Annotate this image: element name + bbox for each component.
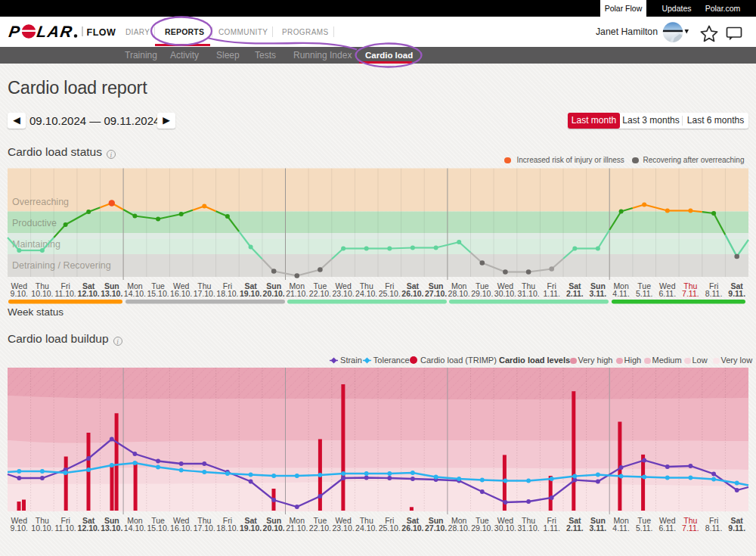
svg-text:30.10.: 30.10.: [494, 289, 516, 298]
svg-text:5.11.: 5.11.: [636, 289, 653, 298]
svg-text:14.10.: 14.10.: [124, 523, 146, 533]
svg-text:23.10.: 23.10.: [332, 523, 354, 533]
svg-text:21.10.: 21.10.: [286, 523, 308, 533]
svg-text:4.11.: 4.11.: [612, 523, 630, 533]
svg-text:26.10.: 26.10.: [401, 289, 423, 298]
svg-text:Week status: Week status: [8, 306, 64, 318]
svg-text:Maintaining: Maintaining: [12, 239, 60, 250]
svg-text:11.10.: 11.10.: [54, 289, 76, 298]
svg-text:15.10.: 15.10.: [147, 523, 169, 533]
svg-text:13.10.: 13.10.: [101, 523, 122, 533]
svg-text:18.10.: 18.10.: [216, 289, 238, 298]
svg-text:9.10.: 9.10.: [11, 289, 28, 298]
svg-text:31.10.: 31.10.: [517, 523, 539, 533]
svg-text:10.10.: 10.10.: [31, 289, 53, 298]
svg-text:7.11.: 7.11.: [682, 289, 699, 298]
svg-text:17.10.: 17.10.: [194, 523, 215, 533]
svg-text:19.10.: 19.10.: [240, 289, 262, 298]
svg-text:19.10.: 19.10.: [240, 523, 262, 533]
svg-text:20.10.: 20.10.: [263, 523, 285, 533]
svg-text:24.10.: 24.10.: [355, 523, 377, 533]
svg-text:29.10.: 29.10.: [471, 523, 493, 533]
svg-text:2.11.: 2.11.: [566, 289, 584, 298]
svg-text:3.11.: 3.11.: [590, 289, 607, 298]
svg-text:12.10.: 12.10.: [78, 289, 100, 298]
svg-text:20.10.: 20.10.: [263, 289, 285, 298]
svg-text:22.10.: 22.10.: [309, 289, 331, 298]
svg-text:6.11.: 6.11.: [659, 289, 677, 298]
svg-text:27.10.: 27.10.: [425, 289, 447, 298]
svg-text:9.11.: 9.11.: [728, 523, 745, 533]
svg-text:25.10.: 25.10.: [379, 289, 401, 298]
svg-text:13.10.: 13.10.: [101, 289, 122, 298]
svg-text:21.10.: 21.10.: [286, 289, 308, 298]
svg-text:4.11.: 4.11.: [612, 289, 630, 298]
svg-text:16.10.: 16.10.: [170, 523, 192, 533]
svg-text:3.11.: 3.11.: [590, 523, 607, 533]
svg-text:17.10.: 17.10.: [194, 289, 215, 298]
svg-text:9.10.: 9.10.: [11, 523, 28, 533]
svg-text:2.11.: 2.11.: [566, 523, 584, 533]
svg-text:28.10.: 28.10.: [448, 289, 470, 298]
svg-text:8.11.: 8.11.: [705, 523, 723, 533]
svg-text:6.11.: 6.11.: [659, 523, 677, 533]
svg-text:29.10.: 29.10.: [471, 289, 493, 298]
svg-text:5.11.: 5.11.: [636, 523, 653, 533]
svg-text:31.10.: 31.10.: [517, 289, 539, 298]
svg-text:Productive: Productive: [12, 218, 57, 228]
svg-text:9.11.: 9.11.: [728, 289, 745, 298]
svg-text:27.10.: 27.10.: [425, 523, 447, 533]
svg-text:12.10.: 12.10.: [78, 523, 100, 533]
svg-text:Overreaching: Overreaching: [12, 197, 69, 207]
svg-text:1.11.: 1.11.: [543, 289, 560, 298]
svg-text:Detraining / Recovering: Detraining / Recovering: [12, 260, 111, 271]
svg-text:22.10.: 22.10.: [309, 523, 331, 533]
svg-text:23.10.: 23.10.: [332, 289, 354, 298]
svg-text:7.11.: 7.11.: [682, 523, 699, 533]
svg-text:24.10.: 24.10.: [355, 289, 377, 298]
svg-text:11.10.: 11.10.: [54, 523, 76, 533]
svg-text:1.11.: 1.11.: [543, 523, 560, 533]
svg-text:16.10.: 16.10.: [170, 289, 192, 298]
svg-text:26.10.: 26.10.: [401, 523, 423, 533]
svg-text:25.10.: 25.10.: [379, 523, 401, 533]
svg-text:30.10.: 30.10.: [494, 523, 516, 533]
svg-text:28.10.: 28.10.: [448, 523, 470, 533]
svg-text:14.10.: 14.10.: [124, 289, 146, 298]
svg-text:18.10.: 18.10.: [216, 523, 238, 533]
svg-text:8.11.: 8.11.: [705, 289, 723, 298]
svg-text:15.10.: 15.10.: [147, 289, 169, 298]
svg-text:10.10.: 10.10.: [31, 523, 53, 533]
